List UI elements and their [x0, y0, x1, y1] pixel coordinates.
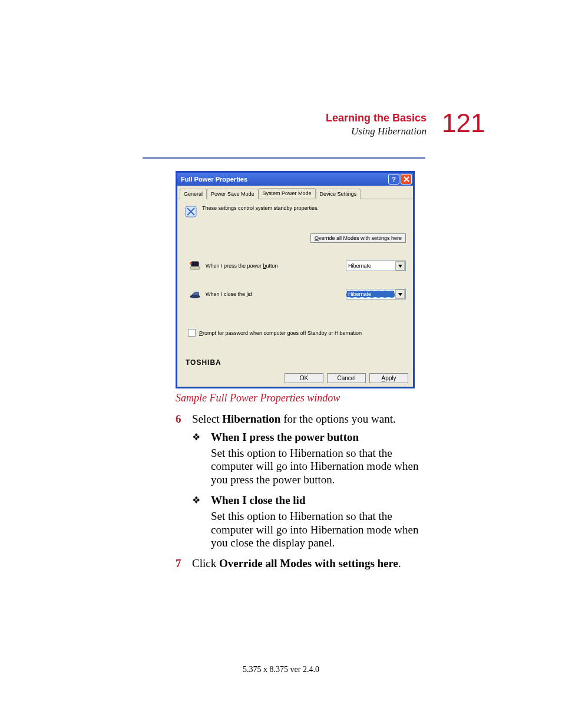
diamond-bullet-icon: ❖	[192, 494, 211, 508]
close-lid-label: When I close the lid	[206, 291, 346, 297]
help-button[interactable]: ?	[388, 174, 399, 185]
tab-panel: These settings control system standby pr…	[177, 199, 413, 341]
section-subtitle: Using Hibernation	[326, 126, 427, 137]
power-button-dropdown-value: Hibernate	[346, 262, 395, 269]
tab-general[interactable]: General	[180, 189, 207, 199]
chevron-down-icon	[395, 261, 405, 271]
tab-system-power-mode[interactable]: System Power Mode	[259, 188, 316, 199]
info-icon	[184, 205, 197, 218]
cancel-button[interactable]: Cancel	[327, 373, 366, 383]
close-lid-dropdown-value: Hibernate	[346, 291, 395, 298]
override-button[interactable]: Override all Modes with settings here	[310, 233, 406, 243]
step-number-6: 6	[176, 413, 192, 426]
tab-row: General Power Save Mode System Power Mod…	[177, 186, 413, 199]
panel-description: These settings control system standby pr…	[202, 205, 319, 211]
chevron-down-icon	[395, 289, 405, 299]
svg-rect-1	[191, 262, 199, 266]
power-button-label: When I press the power button	[206, 263, 346, 269]
laptop-lid-icon	[189, 289, 201, 299]
chapter-title: Learning the Basics	[326, 112, 427, 124]
svg-point-3	[190, 262, 192, 265]
dialog-window: Full Power Properties ? General Power Sa…	[176, 171, 415, 388]
figure-caption: Sample Full Power Properties window	[176, 392, 340, 404]
bullet-2-title: When I close the lid	[211, 494, 305, 508]
page-footer: 5.375 x 8.375 ver 2.4.0	[0, 665, 562, 674]
apply-button[interactable]: Apply	[369, 373, 408, 383]
diamond-bullet-icon: ❖	[192, 431, 211, 444]
power-button-dropdown[interactable]: Hibernate	[346, 261, 406, 271]
step-6-text: Select Hibernation for the options you w…	[192, 413, 427, 426]
window-title: Full Power Properties	[181, 176, 247, 183]
step-number-7: 7	[176, 557, 192, 571]
step-7-text: Click Override all Modes with settings h…	[192, 557, 427, 571]
header-rule	[143, 157, 425, 159]
password-prompt-checkbox[interactable]	[188, 329, 196, 337]
bullet-1-description: Set this option to Hibernation so that t…	[211, 447, 427, 487]
svg-point-4	[190, 295, 200, 298]
titlebar: Full Power Properties ?	[177, 173, 413, 186]
bullet-1-title: When I press the power button	[211, 431, 359, 444]
close-lid-dropdown[interactable]: Hibernate	[346, 289, 406, 299]
tab-device-settings[interactable]: Device Settings	[316, 189, 361, 199]
bullet-2-description: Set this option to Hibernation so that t…	[211, 510, 427, 550]
tab-power-save-mode[interactable]: Power Save Mode	[207, 189, 259, 199]
ok-button[interactable]: OK	[285, 373, 323, 383]
svg-rect-2	[190, 266, 200, 269]
power-button-icon	[189, 261, 201, 271]
password-prompt-label: Prompt for password when computer goes o…	[199, 330, 362, 336]
close-button[interactable]	[401, 174, 412, 185]
brand-logo: TOSHIBA	[186, 358, 222, 367]
instruction-text: 6 Select Hibernation for the options you…	[176, 413, 427, 575]
page-number: 121	[428, 108, 485, 138]
